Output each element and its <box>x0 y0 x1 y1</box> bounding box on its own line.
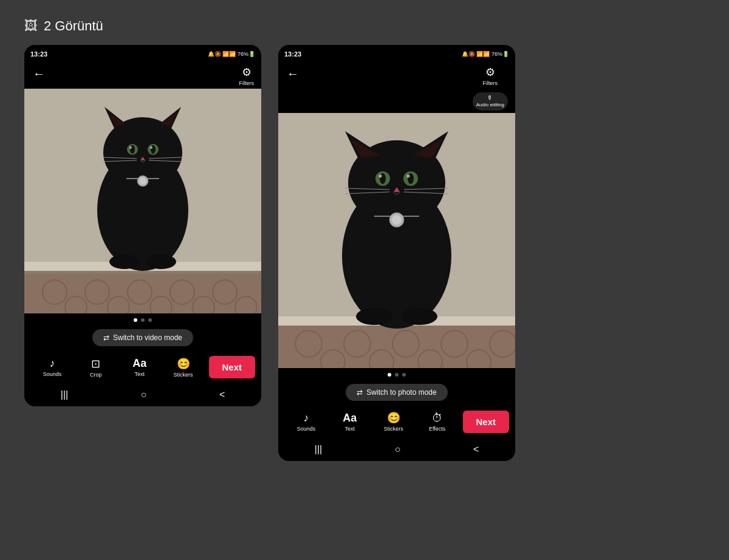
switch-mode-button-1[interactable]: ⇄ Switch to video mode <box>92 329 193 346</box>
nav-bar-1: ||| ○ < <box>24 384 261 406</box>
filters-button-1[interactable]: ⚙ Filters <box>239 66 255 86</box>
switch-mode-label-2: Switch to photo mode <box>366 388 436 397</box>
svg-point-59 <box>407 174 410 177</box>
top-bar-1: ← ⚙ Filters <box>24 62 261 89</box>
tool-sounds-2[interactable]: ♪ Sounds <box>284 412 328 432</box>
stickers-icon-1: 😊 <box>177 357 190 370</box>
tool-stickers-1[interactable]: 😊 Stickers <box>162 357 205 378</box>
effects-label-2: Effects <box>429 426 445 432</box>
phones-container: 13:23 🔔🔕 📶📶 76%🔋 ← ⚙ Filters <box>24 45 515 461</box>
tool-effects-2[interactable]: ⏱ Effects <box>416 412 459 432</box>
text-icon-1: Aa <box>132 357 146 370</box>
svg-point-34 <box>109 254 140 269</box>
stickers-label-2: Stickers <box>384 426 403 432</box>
dots-bar-1 <box>24 313 261 326</box>
cat-image-1 <box>24 89 261 313</box>
crop-icon-1: ⊡ <box>91 357 100 370</box>
header-icon: 🖼 <box>24 18 38 34</box>
svg-point-35 <box>146 254 176 269</box>
switch-mode-bar-1: ⇄ Switch to video mode <box>24 326 261 352</box>
switch-mode-label-1: Switch to video mode <box>113 333 182 342</box>
stickers-icon-2: 😊 <box>387 411 400 425</box>
filters-label-2: Filters <box>483 80 498 86</box>
dot-1-1 <box>134 318 137 322</box>
sounds-icon-2: ♪ <box>303 412 309 425</box>
audio-editing-label: Audio editing <box>476 102 504 108</box>
audio-editing-icon: 🎙 <box>487 95 493 101</box>
sounds-label-1: Sounds <box>43 371 62 377</box>
next-button-2[interactable]: Next <box>463 411 510 433</box>
tool-crop-1[interactable]: ⊡ Crop <box>74 357 118 378</box>
tool-stickers-2[interactable]: 😊 Stickers <box>372 411 416 432</box>
tool-sounds-1[interactable]: ♪ Sounds <box>30 357 74 377</box>
switch-mode-bar-2: ⇄ Switch to photo mode <box>278 380 515 407</box>
sounds-icon-1: ♪ <box>49 357 55 370</box>
page-title: 2 Görüntü <box>44 18 103 34</box>
text-icon-2: Aa <box>343 412 357 425</box>
status-bar-1: 13:23 🔔🔕 📶📶 76%🔋 <box>24 45 261 62</box>
status-icons-1: 🔔🔕 📶📶 76%🔋 <box>208 51 255 57</box>
audio-editing-button[interactable]: 🎙 Audio editing <box>473 92 508 111</box>
nav-bar-2: ||| ○ < <box>278 439 515 461</box>
effects-icon-2: ⏱ <box>432 412 443 425</box>
switch-mode-icon-1: ⇄ <box>103 333 109 342</box>
svg-point-25 <box>150 146 152 149</box>
nav-menu-2[interactable]: ||| <box>315 444 322 455</box>
status-icons-2: 🔔🔕 📶📶 76%🔋 <box>462 51 509 57</box>
page-header: 🖼 2 Görüntü <box>24 18 103 34</box>
dots-bar-2 <box>278 368 515 380</box>
stickers-label-1: Stickers <box>174 372 193 378</box>
svg-point-67 <box>392 215 402 225</box>
status-bar-2: 13:23 🔔🔕 📶📶 76%🔋 <box>278 45 515 62</box>
crop-label-1: Crop <box>90 372 102 378</box>
tool-text-2[interactable]: Aa Text <box>328 412 372 432</box>
dot-2-2 <box>395 373 399 377</box>
phone-1: 13:23 🔔🔕 📶📶 76%🔋 ← ⚙ Filters <box>24 45 261 406</box>
top-bar-2: ← ⚙ Filters 🎙 Audio editing <box>278 62 515 113</box>
svg-point-33 <box>139 177 146 185</box>
switch-mode-button-2[interactable]: ⇄ Switch to photo mode <box>346 384 447 401</box>
nav-home-2[interactable]: ○ <box>395 444 401 455</box>
nav-back-1[interactable]: < <box>219 389 225 400</box>
cat-image-2 <box>278 113 515 368</box>
phone-2: 13:23 🔔🔕 📶📶 76%🔋 ← ⚙ Filters 🎙 Audio edi… <box>278 45 515 461</box>
back-button-2[interactable]: ← <box>286 66 300 82</box>
nav-home-1[interactable]: ○ <box>141 389 147 400</box>
filters-icon-2: ⚙ <box>485 66 495 79</box>
dot-1-2 <box>141 318 145 322</box>
nav-back-2[interactable]: < <box>473 444 479 455</box>
nav-menu-1[interactable]: ||| <box>61 389 68 400</box>
dot-1-3 <box>148 318 152 322</box>
svg-point-58 <box>379 174 382 177</box>
status-time-2: 13:23 <box>284 50 301 58</box>
dot-2-1 <box>388 373 391 377</box>
back-button-1[interactable]: ← <box>32 66 46 82</box>
next-button-1[interactable]: Next <box>209 356 256 378</box>
svg-point-24 <box>129 146 132 149</box>
filters-button-2[interactable]: ⚙ Filters <box>483 66 498 86</box>
text-label-2: Text <box>345 426 355 432</box>
filters-label-1: Filters <box>239 80 255 86</box>
filters-icon-1: ⚙ <box>242 66 252 79</box>
svg-point-68 <box>356 308 392 325</box>
bottom-toolbar-2: ♪ Sounds Aa Text 😊 Stickers ⏱ Effects Ne… <box>278 407 515 439</box>
sounds-label-2: Sounds <box>297 426 316 432</box>
dot-2-3 <box>402 373 406 377</box>
text-label-1: Text <box>134 371 145 377</box>
svg-point-69 <box>401 308 437 325</box>
tool-text-1[interactable]: Aa Text <box>118 357 162 377</box>
status-time-1: 13:23 <box>30 50 47 58</box>
bottom-toolbar-1: ♪ Sounds ⊡ Crop Aa Text 😊 Stickers Next <box>24 352 261 384</box>
switch-mode-icon-2: ⇄ <box>357 388 363 397</box>
